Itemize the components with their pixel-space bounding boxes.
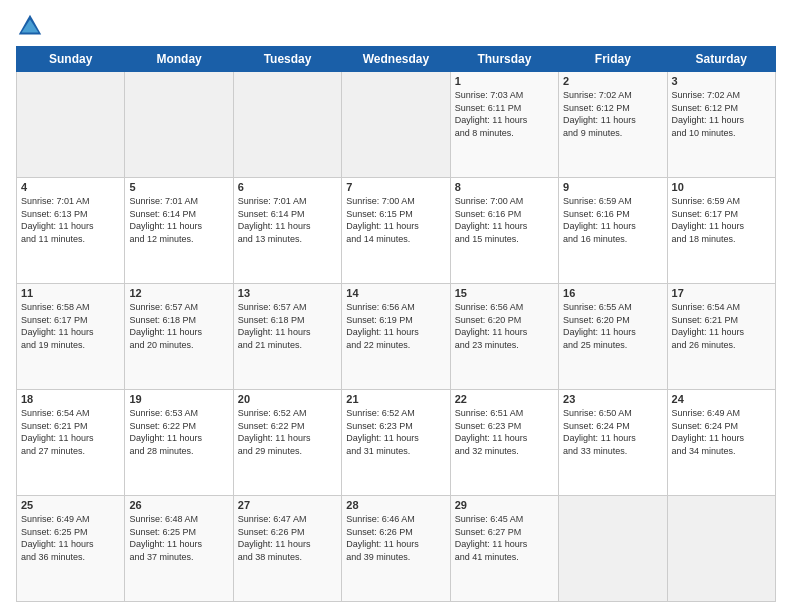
day-number: 13: [238, 287, 337, 299]
day-number: 25: [21, 499, 120, 511]
day-number: 22: [455, 393, 554, 405]
day-info: Sunrise: 6:55 AMSunset: 6:20 PMDaylight:…: [563, 301, 662, 351]
day-number: 28: [346, 499, 445, 511]
calendar-cell: 11Sunrise: 6:58 AMSunset: 6:17 PMDayligh…: [17, 284, 125, 390]
calendar-cell: 4Sunrise: 7:01 AMSunset: 6:13 PMDaylight…: [17, 178, 125, 284]
day-number: 4: [21, 181, 120, 193]
calendar-cell: 12Sunrise: 6:57 AMSunset: 6:18 PMDayligh…: [125, 284, 233, 390]
calendar-cell: 21Sunrise: 6:52 AMSunset: 6:23 PMDayligh…: [342, 390, 450, 496]
day-info: Sunrise: 7:01 AMSunset: 6:14 PMDaylight:…: [129, 195, 228, 245]
calendar-cell: 1Sunrise: 7:03 AMSunset: 6:11 PMDaylight…: [450, 72, 558, 178]
calendar-cell: 24Sunrise: 6:49 AMSunset: 6:24 PMDayligh…: [667, 390, 775, 496]
calendar-cell: 19Sunrise: 6:53 AMSunset: 6:22 PMDayligh…: [125, 390, 233, 496]
weekday-header-row: SundayMondayTuesdayWednesdayThursdayFrid…: [17, 47, 776, 72]
day-info: Sunrise: 6:56 AMSunset: 6:19 PMDaylight:…: [346, 301, 445, 351]
day-number: 1: [455, 75, 554, 87]
weekday-header-friday: Friday: [559, 47, 667, 72]
day-number: 2: [563, 75, 662, 87]
week-row-3: 11Sunrise: 6:58 AMSunset: 6:17 PMDayligh…: [17, 284, 776, 390]
calendar-cell: 9Sunrise: 6:59 AMSunset: 6:16 PMDaylight…: [559, 178, 667, 284]
week-row-1: 1Sunrise: 7:03 AMSunset: 6:11 PMDaylight…: [17, 72, 776, 178]
header: [16, 12, 776, 40]
weekday-header-sunday: Sunday: [17, 47, 125, 72]
calendar-cell: 16Sunrise: 6:55 AMSunset: 6:20 PMDayligh…: [559, 284, 667, 390]
day-number: 5: [129, 181, 228, 193]
day-number: 14: [346, 287, 445, 299]
weekday-header-wednesday: Wednesday: [342, 47, 450, 72]
calendar-cell: 13Sunrise: 6:57 AMSunset: 6:18 PMDayligh…: [233, 284, 341, 390]
day-info: Sunrise: 6:49 AMSunset: 6:25 PMDaylight:…: [21, 513, 120, 563]
calendar-cell: [559, 496, 667, 602]
day-info: Sunrise: 6:57 AMSunset: 6:18 PMDaylight:…: [238, 301, 337, 351]
day-number: 24: [672, 393, 771, 405]
calendar-cell: 3Sunrise: 7:02 AMSunset: 6:12 PMDaylight…: [667, 72, 775, 178]
calendar-cell: [667, 496, 775, 602]
calendar-cell: 8Sunrise: 7:00 AMSunset: 6:16 PMDaylight…: [450, 178, 558, 284]
day-info: Sunrise: 6:47 AMSunset: 6:26 PMDaylight:…: [238, 513, 337, 563]
calendar-cell: 26Sunrise: 6:48 AMSunset: 6:25 PMDayligh…: [125, 496, 233, 602]
day-info: Sunrise: 7:01 AMSunset: 6:14 PMDaylight:…: [238, 195, 337, 245]
calendar-cell: 5Sunrise: 7:01 AMSunset: 6:14 PMDaylight…: [125, 178, 233, 284]
weekday-header-tuesday: Tuesday: [233, 47, 341, 72]
week-row-2: 4Sunrise: 7:01 AMSunset: 6:13 PMDaylight…: [17, 178, 776, 284]
calendar-cell: 15Sunrise: 6:56 AMSunset: 6:20 PMDayligh…: [450, 284, 558, 390]
calendar: SundayMondayTuesdayWednesdayThursdayFrid…: [16, 46, 776, 602]
calendar-cell: 28Sunrise: 6:46 AMSunset: 6:26 PMDayligh…: [342, 496, 450, 602]
day-number: 17: [672, 287, 771, 299]
logo: [16, 12, 48, 40]
day-number: 8: [455, 181, 554, 193]
day-info: Sunrise: 6:50 AMSunset: 6:24 PMDaylight:…: [563, 407, 662, 457]
week-row-4: 18Sunrise: 6:54 AMSunset: 6:21 PMDayligh…: [17, 390, 776, 496]
day-number: 3: [672, 75, 771, 87]
day-info: Sunrise: 7:00 AMSunset: 6:15 PMDaylight:…: [346, 195, 445, 245]
day-info: Sunrise: 6:49 AMSunset: 6:24 PMDaylight:…: [672, 407, 771, 457]
day-info: Sunrise: 7:02 AMSunset: 6:12 PMDaylight:…: [563, 89, 662, 139]
calendar-cell: 14Sunrise: 6:56 AMSunset: 6:19 PMDayligh…: [342, 284, 450, 390]
day-info: Sunrise: 6:59 AMSunset: 6:16 PMDaylight:…: [563, 195, 662, 245]
calendar-cell: 7Sunrise: 7:00 AMSunset: 6:15 PMDaylight…: [342, 178, 450, 284]
day-number: 12: [129, 287, 228, 299]
calendar-cell: 18Sunrise: 6:54 AMSunset: 6:21 PMDayligh…: [17, 390, 125, 496]
calendar-cell: 25Sunrise: 6:49 AMSunset: 6:25 PMDayligh…: [17, 496, 125, 602]
calendar-cell: [342, 72, 450, 178]
day-info: Sunrise: 7:03 AMSunset: 6:11 PMDaylight:…: [455, 89, 554, 139]
calendar-cell: 27Sunrise: 6:47 AMSunset: 6:26 PMDayligh…: [233, 496, 341, 602]
calendar-cell: 20Sunrise: 6:52 AMSunset: 6:22 PMDayligh…: [233, 390, 341, 496]
day-info: Sunrise: 6:46 AMSunset: 6:26 PMDaylight:…: [346, 513, 445, 563]
day-info: Sunrise: 6:48 AMSunset: 6:25 PMDaylight:…: [129, 513, 228, 563]
day-info: Sunrise: 6:52 AMSunset: 6:22 PMDaylight:…: [238, 407, 337, 457]
day-info: Sunrise: 7:00 AMSunset: 6:16 PMDaylight:…: [455, 195, 554, 245]
logo-icon: [16, 12, 44, 40]
day-number: 15: [455, 287, 554, 299]
weekday-header-monday: Monday: [125, 47, 233, 72]
weekday-header-saturday: Saturday: [667, 47, 775, 72]
calendar-cell: 29Sunrise: 6:45 AMSunset: 6:27 PMDayligh…: [450, 496, 558, 602]
calendar-cell: [17, 72, 125, 178]
day-number: 27: [238, 499, 337, 511]
page: SundayMondayTuesdayWednesdayThursdayFrid…: [0, 0, 792, 612]
day-info: Sunrise: 6:56 AMSunset: 6:20 PMDaylight:…: [455, 301, 554, 351]
day-number: 29: [455, 499, 554, 511]
day-number: 16: [563, 287, 662, 299]
day-info: Sunrise: 7:02 AMSunset: 6:12 PMDaylight:…: [672, 89, 771, 139]
day-info: Sunrise: 6:52 AMSunset: 6:23 PMDaylight:…: [346, 407, 445, 457]
day-number: 6: [238, 181, 337, 193]
calendar-cell: 22Sunrise: 6:51 AMSunset: 6:23 PMDayligh…: [450, 390, 558, 496]
day-number: 11: [21, 287, 120, 299]
day-number: 19: [129, 393, 228, 405]
day-number: 23: [563, 393, 662, 405]
day-info: Sunrise: 6:53 AMSunset: 6:22 PMDaylight:…: [129, 407, 228, 457]
day-number: 9: [563, 181, 662, 193]
calendar-cell: 6Sunrise: 7:01 AMSunset: 6:14 PMDaylight…: [233, 178, 341, 284]
day-info: Sunrise: 6:54 AMSunset: 6:21 PMDaylight:…: [21, 407, 120, 457]
calendar-cell: 10Sunrise: 6:59 AMSunset: 6:17 PMDayligh…: [667, 178, 775, 284]
day-info: Sunrise: 7:01 AMSunset: 6:13 PMDaylight:…: [21, 195, 120, 245]
week-row-5: 25Sunrise: 6:49 AMSunset: 6:25 PMDayligh…: [17, 496, 776, 602]
day-number: 7: [346, 181, 445, 193]
calendar-cell: 23Sunrise: 6:50 AMSunset: 6:24 PMDayligh…: [559, 390, 667, 496]
day-info: Sunrise: 6:59 AMSunset: 6:17 PMDaylight:…: [672, 195, 771, 245]
calendar-cell: 17Sunrise: 6:54 AMSunset: 6:21 PMDayligh…: [667, 284, 775, 390]
day-number: 18: [21, 393, 120, 405]
day-number: 21: [346, 393, 445, 405]
calendar-cell: [125, 72, 233, 178]
